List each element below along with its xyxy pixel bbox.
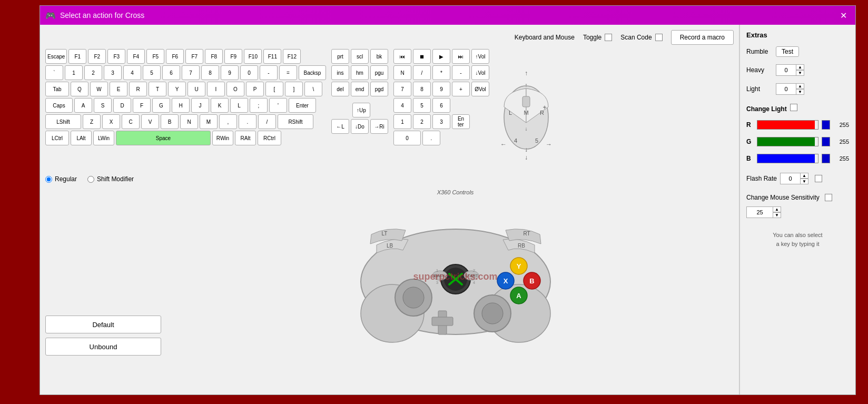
key-z[interactable]: Z — [83, 114, 101, 129]
g-slider-track[interactable] — [757, 137, 818, 146]
mouse-sensitivity-checkbox[interactable] — [825, 194, 832, 201]
radio-shift[interactable]: Shift Modifier — [87, 175, 134, 183]
key-i[interactable]: I — [207, 82, 225, 96]
key-left[interactable]: ←L — [331, 119, 349, 134]
key-down[interactable]: ↓Do — [351, 119, 369, 134]
key-del[interactable]: del — [331, 82, 349, 96]
key-lbracket[interactable]: [ — [265, 82, 283, 96]
key-volu[interactable]: ↑Vol — [471, 49, 489, 64]
scan-code-checkbox[interactable] — [655, 34, 663, 41]
key-equals[interactable]: = — [279, 65, 297, 80]
key-mute[interactable]: ØVol — [471, 82, 489, 96]
key-d[interactable]: D — [113, 98, 131, 113]
key-f10[interactable]: F10 — [244, 49, 262, 64]
key-f2[interactable]: F2 — [88, 49, 106, 64]
close-button[interactable]: ✕ — [837, 9, 850, 22]
key-num6[interactable]: 6 — [432, 98, 450, 113]
key-num2[interactable]: 2 — [413, 114, 431, 129]
key-5[interactable]: 5 — [143, 65, 161, 80]
key-rshift[interactable]: RShift — [278, 114, 313, 129]
key-8[interactable]: 8 — [201, 65, 219, 80]
key-numplus[interactable]: + — [452, 82, 470, 96]
key-m[interactable]: M — [200, 114, 218, 129]
key-escape[interactable]: Escape — [45, 49, 67, 64]
key-j[interactable]: J — [191, 98, 209, 113]
key-t[interactable]: T — [149, 82, 166, 96]
key-s[interactable]: S — [94, 98, 112, 113]
key-num3[interactable]: 3 — [432, 114, 450, 129]
key-pgd[interactable]: pgd — [370, 82, 388, 96]
key-num1[interactable]: 1 — [393, 114, 411, 129]
key-lalt[interactable]: LAlt — [71, 131, 92, 145]
key-1[interactable]: 1 — [65, 65, 83, 80]
key-slash[interactable]: / — [258, 114, 276, 129]
key-lshift[interactable]: LShift — [45, 114, 81, 129]
radio-regular-input[interactable] — [45, 176, 52, 183]
key-numminus[interactable]: - — [452, 65, 470, 80]
key-quote[interactable]: ' — [269, 98, 287, 113]
key-enter[interactable]: Enter — [289, 98, 316, 113]
key-6[interactable]: 6 — [162, 65, 180, 80]
toggle-checkbox[interactable] — [605, 34, 612, 41]
key-r[interactable]: R — [129, 82, 147, 96]
key-f9[interactable]: F9 — [224, 49, 242, 64]
key-numdot[interactable]: . — [422, 131, 440, 145]
key-0[interactable]: 0 — [240, 65, 258, 80]
key-bk[interactable]: bk — [370, 49, 388, 64]
key-q[interactable]: Q — [71, 82, 88, 96]
key-k[interactable]: K — [211, 98, 229, 113]
flash-spin-up[interactable]: ▲ — [800, 173, 808, 179]
key-prev[interactable]: ⏮ — [393, 49, 411, 64]
light-spin-down[interactable]: ▼ — [796, 89, 804, 95]
key-l[interactable]: L — [230, 98, 248, 113]
key-play[interactable]: ▶ — [432, 49, 450, 64]
key-7[interactable]: 7 — [182, 65, 200, 80]
key-f8[interactable]: F8 — [205, 49, 223, 64]
unbound-button[interactable]: Unbound — [45, 338, 161, 356]
key-f[interactable]: F — [133, 98, 151, 113]
key-numdiv[interactable]: / — [413, 65, 431, 80]
key-numN[interactable]: N — [393, 65, 411, 80]
flash-rate-input[interactable] — [780, 173, 800, 184]
key-backspace[interactable]: Backsp — [299, 65, 326, 80]
key-f11[interactable]: F11 — [263, 49, 281, 64]
key-prt[interactable]: prt — [331, 49, 349, 64]
light-input[interactable]: 0 — [776, 83, 796, 95]
key-scl[interactable]: scl — [351, 49, 369, 64]
key-w[interactable]: W — [90, 82, 108, 96]
key-a[interactable]: A — [74, 98, 92, 113]
key-f4[interactable]: F4 — [127, 49, 145, 64]
key-end[interactable]: end — [351, 82, 369, 96]
key-num9[interactable]: 9 — [432, 82, 450, 96]
key-lctrl[interactable]: LCtrl — [45, 131, 69, 145]
test-button[interactable]: Test — [776, 46, 799, 57]
key-up[interactable]: ↑Up — [352, 103, 370, 117]
key-h[interactable]: H — [172, 98, 190, 113]
key-semicolon[interactable]: ; — [250, 98, 268, 113]
default-button[interactable]: Default — [45, 316, 161, 333]
mouse-sensitivity-spin-down[interactable]: ▼ — [773, 212, 781, 218]
key-num8[interactable]: 8 — [413, 82, 431, 96]
key-vold[interactable]: ↓Vol — [471, 65, 489, 80]
key-backtick[interactable]: ` — [45, 65, 63, 80]
key-c[interactable]: C — [122, 114, 140, 129]
light-spin-up[interactable]: ▲ — [796, 83, 804, 89]
key-f7[interactable]: F7 — [185, 49, 203, 64]
radio-shift-input[interactable] — [87, 176, 94, 183]
heavy-spin-up[interactable]: ▲ — [796, 64, 804, 70]
mouse-sensitivity-spin-up[interactable]: ▲ — [773, 206, 781, 212]
key-pgu[interactable]: pgu — [370, 65, 388, 80]
key-tab[interactable]: Tab — [45, 82, 69, 96]
key-backslash[interactable]: \ — [304, 82, 322, 96]
key-hm[interactable]: hm — [351, 65, 369, 80]
key-n[interactable]: N — [180, 114, 198, 129]
key-9[interactable]: 9 — [221, 65, 239, 80]
key-num5[interactable]: 5 — [413, 98, 431, 113]
key-right[interactable]: →Ri — [370, 119, 388, 134]
key-nummul[interactable]: * — [432, 65, 450, 80]
key-period[interactable]: . — [239, 114, 257, 129]
key-e[interactable]: E — [110, 82, 127, 96]
key-num7[interactable]: 7 — [393, 82, 411, 96]
key-rwin[interactable]: RWin — [212, 131, 233, 145]
key-numenter[interactable]: Enter — [452, 114, 470, 129]
